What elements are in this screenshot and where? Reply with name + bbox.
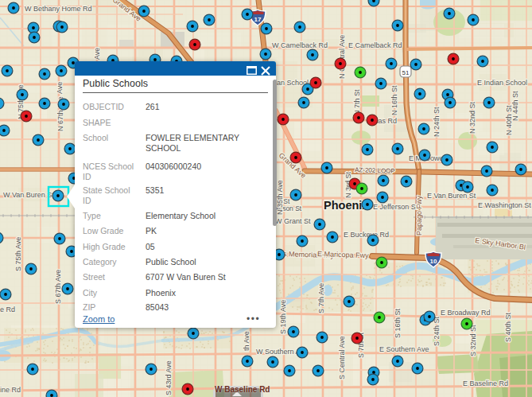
svg-text:S 75th Ave: S 75th Ave [14,237,22,271]
svg-text:W Van Buren St: W Van Buren St [3,191,54,199]
svg-text:S Central Ave: S Central Ave [338,336,346,379]
svg-text:E Washington St: E Washington St [478,201,531,209]
svg-text:17: 17 [254,16,262,23]
svg-text:N 24th St: N 24th St [433,107,441,137]
svg-text:S 43rd Ave: S 43rd Ave [165,360,173,395]
svg-text:S 16th St: S 16th St [394,308,402,338]
svg-text:S 40th St: S 40th St [504,312,512,342]
svg-text:W Camelback Rd: W Camelback Rd [272,41,328,49]
svg-text:ine Rd: ine Rd [0,386,21,394]
svg-text:Ave: Ave [93,48,101,60]
svg-text:N Central Ave: N Central Ave [338,35,346,79]
svg-text:N 32nd St: N 32nd St [468,101,476,134]
svg-text:N 7th St: N 7th St [353,89,361,115]
svg-text:N 44th St: N 44th St [511,91,519,121]
svg-text:S 32nd St: S 32nd St [469,325,477,356]
svg-text:Ave: Ave [56,82,64,94]
svg-text:S 7th Ave: S 7th Ave [317,283,325,313]
svg-text:N 16th St: N 16th St [390,85,398,115]
svg-text:S 67th Ave: S 67th Ave [54,270,62,304]
svg-text:E Indian School: E Indian School [477,79,527,87]
svg-text:51: 51 [402,69,410,76]
svg-text:E Camelback Rd: E Camelback Rd [348,41,402,49]
svg-text:E Buckeye Rd: E Buckeye Rd [344,231,389,239]
svg-text:W Bethany Home Rd: W Bethany Home Rd [25,5,92,13]
svg-text:Papago Fwy: Papago Fwy [415,195,423,235]
svg-text:S 19th Ave: S 19th Ave [279,300,287,334]
svg-text:E Baseline Rd: E Baseline Rd [463,379,508,387]
svg-text:th Ave: th Ave [243,331,250,351]
svg-text:e Rd: e Rd [0,306,15,313]
svg-text:E Van Buren St: E Van Buren St [427,192,476,200]
svg-text:10: 10 [430,258,437,265]
svg-text:AZ-202 LOOP: AZ-202 LOOP [355,166,395,175]
svg-text:E Broadway Rd: E Broadway Rd [441,309,491,317]
svg-text:W Grant St: W Grant St [275,217,311,225]
svg-text:E Jefferson St: E Jefferson St [373,203,418,211]
svg-text:E Southern Ave: E Southern Ave [379,345,429,353]
svg-text:N 35th Ave: N 35th Ave [276,180,284,215]
